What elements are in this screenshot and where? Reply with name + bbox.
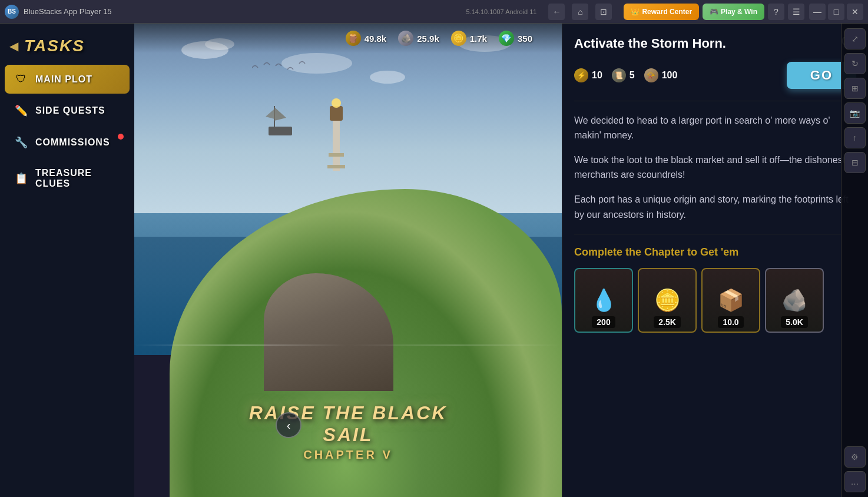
reward-scroll-value: 5 [630, 70, 635, 81]
side-quests-label: SIDE QUESTS [35, 105, 105, 116]
menu-button[interactable]: ☰ [788, 4, 804, 20]
svg-marker-7 [274, 107, 286, 121]
reward-card-stone: 🪨 5.0K [765, 268, 824, 333]
fullscreen-nav-button[interactable]: ⊡ [595, 4, 612, 20]
window-controls: — □ ✕ [809, 4, 863, 20]
reward-arrow-value: 10 [592, 70, 602, 81]
tasks-header: ◀ TASKS [0, 29, 134, 65]
reward-card-coin-value: 2.5K [654, 316, 681, 328]
side-quests-icon: ✏️ [14, 104, 28, 117]
app-title-text: BlueStacks App Player 15 [24, 7, 466, 16]
reward-card-stone-icon: 🪨 [781, 290, 808, 311]
reward-center-label: Reward Center [642, 8, 692, 16]
close-button[interactable]: ✕ [847, 4, 863, 20]
lighthouse-decoration [318, 82, 353, 177]
svg-rect-4 [327, 165, 345, 168]
divider-2 [574, 234, 856, 234]
stone-resource: 🪨 25.9k [398, 31, 439, 46]
svg-point-2 [332, 98, 341, 108]
toolbar-rotate-button[interactable]: ↻ [844, 53, 866, 74]
wood-resource: 🪵 49.8k [346, 31, 387, 46]
divider-1 [574, 101, 856, 101]
right-toolbar: ⤢ ↻ ⊞ 📷 ↑ ⊟ ⚙ … [841, 24, 868, 497]
minimize-button[interactable]: — [809, 4, 826, 20]
reward-horn-icon: 📯 [644, 68, 658, 82]
app-icon: BS [5, 5, 19, 19]
back-nav-button[interactable]: ← [548, 4, 565, 20]
ship-decoration [254, 100, 301, 141]
maximize-button[interactable]: □ [828, 4, 844, 20]
task-header: Activate the Storm Horn. 0/1 [574, 35, 856, 52]
story-text-1: We decided to head to a larger port in s… [574, 113, 856, 143]
toolbar-camera-button[interactable]: 📷 [844, 102, 866, 124]
task-title: Activate the Storm Horn. [574, 35, 830, 52]
resource-bar: 🪵 49.8k 🪨 25.9k 🪙 1.7k 💎 350 [134, 24, 562, 53]
toolbar-grid-button[interactable]: ⊟ [844, 152, 866, 173]
reward-card-coin-icon: 🪙 [654, 290, 681, 311]
gold-icon: 🪙 [451, 31, 466, 46]
water-shimmer [134, 344, 562, 346]
gem-resource: 💎 350 [499, 31, 532, 46]
play-win-button[interactable]: 🎮 Play & Win [703, 4, 764, 20]
svg-rect-0 [333, 118, 340, 171]
reward-card-wood-icon: 📦 [718, 290, 744, 311]
chapter-complete-label: Complete the Chapter to Get 'em [574, 246, 856, 259]
gold-value: 1.7k [470, 34, 487, 44]
play-win-label: Play & Win [721, 8, 757, 16]
reward-arrow-item: ⚡ 10 [574, 68, 602, 82]
sidebar-item-commissions[interactable]: 🔧 COMMISSIONS [5, 128, 130, 157]
home-nav-button[interactable]: ⌂ [572, 4, 588, 20]
toolbar-more-button[interactable]: … [844, 471, 866, 492]
reward-card-coin: 🪙 2.5K [638, 268, 697, 333]
toolbar-layers-button[interactable]: ⊞ [844, 78, 866, 99]
main-content: ◀ TASKS 🛡 MAIN PLOT ✏️ SIDE QUESTS 🔧 COM… [0, 24, 868, 497]
nav-buttons: ← ⌂ ⊡ [548, 4, 612, 20]
reward-center-button[interactable]: 👑 Reward Center [624, 4, 699, 20]
stone-icon: 🪨 [398, 31, 413, 46]
commissions-notification-dot [118, 134, 124, 140]
game-area: RAISE THE BLACK SAIL CHAPTER V ‹ 🪵 49.8k… [134, 24, 562, 497]
reward-scroll-item: 📜 5 [612, 68, 635, 82]
tasks-title: TASKS [24, 37, 85, 55]
titlebar: BS BlueStacks App Player 15 5.14.10.1007… [0, 0, 868, 24]
svg-rect-5 [269, 127, 292, 135]
gem-icon: 💎 [499, 31, 514, 46]
story-text-3: Each port has a unique origin and story,… [574, 192, 856, 222]
reward-card-gem: 💧 200 [574, 268, 633, 333]
reward-horn-value: 100 [662, 70, 678, 81]
story-text-2: We took the loot to the black market and… [574, 153, 856, 183]
sidebar-item-main-plot[interactable]: 🛡 MAIN PLOT [5, 65, 130, 94]
reward-crown-icon: 👑 [631, 8, 640, 16]
app-version: 5.14.10.1007 Android 11 [466, 8, 537, 15]
stone-value: 25.9k [417, 34, 439, 44]
sidebar-item-treasure-clues[interactable]: 📋 TREASURE CLUES [5, 160, 130, 197]
treasure-clues-icon: 📋 [14, 172, 28, 185]
main-plot-icon: 🛡 [14, 73, 28, 85]
reward-card-gem-value: 200 [592, 316, 615, 328]
sidebar-item-side-quests[interactable]: ✏️ SIDE QUESTS [5, 96, 130, 125]
sidebar: ◀ TASKS 🛡 MAIN PLOT ✏️ SIDE QUESTS 🔧 COM… [0, 24, 134, 497]
gold-resource: 🪙 1.7k [451, 31, 487, 46]
svg-rect-3 [329, 153, 344, 157]
wood-value: 49.8k [365, 34, 387, 44]
cloud-4 [370, 71, 405, 84]
toolbar-expand-button[interactable]: ⤢ [844, 28, 866, 49]
reward-horn-item: 📯 100 [644, 68, 678, 82]
commissions-label: COMMISSIONS [35, 137, 110, 148]
tasks-back-icon[interactable]: ◀ [9, 39, 18, 53]
toolbar-settings-button[interactable]: ⚙ [844, 446, 866, 468]
main-plot-label: MAIN PLOT [35, 74, 92, 85]
gem-value: 350 [518, 34, 532, 44]
reward-scroll-icon: 📜 [612, 68, 626, 82]
reward-card-wood-value: 10.0 [718, 316, 743, 328]
rewards-row: ⚡ 10 📜 5 📯 100 GO [574, 62, 856, 89]
left-arrow-button[interactable]: ‹ [276, 412, 302, 438]
right-panel: Activate the Storm Horn. 0/1 ⚡ 10 📜 5 📯 … [562, 24, 868, 497]
svg-rect-1 [330, 106, 343, 121]
reward-card-stone-value: 5.0K [781, 316, 808, 328]
reward-card-gem-icon: 💧 [591, 290, 617, 311]
birds-decoration [252, 59, 311, 77]
help-button[interactable]: ? [768, 4, 784, 20]
toolbar-arrow-up-button[interactable]: ↑ [844, 127, 866, 148]
treasure-clues-label: TREASURE CLUES [35, 168, 92, 189]
